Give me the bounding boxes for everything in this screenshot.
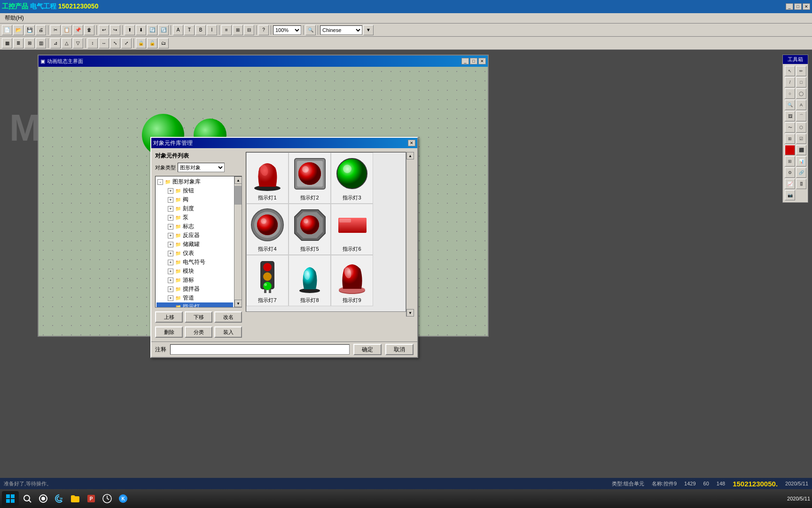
paste-btn[interactable]: 📌 — [73, 25, 83, 35]
object-type-select[interactable]: 图形对象 — [178, 163, 225, 172]
taskbar-edge-btn[interactable] — [52, 491, 67, 506]
tb2-btn3[interactable]: ⊞ — [24, 38, 35, 48]
load-btn[interactable]: 装入 — [214, 326, 242, 338]
thumb-scroll-up-btn[interactable]: ▲ — [406, 152, 414, 159]
rt-fill-btn[interactable]: ⬛ — [796, 145, 806, 155]
expand-icon-9[interactable]: + — [168, 269, 173, 274]
thumb-item-4[interactable]: 指示灯5 — [289, 204, 331, 255]
rt-pen-btn[interactable]: ✏ — [796, 66, 806, 76]
tb2-btn1[interactable]: ▦ — [2, 38, 12, 48]
expand-icon-6[interactable]: + — [168, 242, 173, 247]
language-select[interactable]: Chinese English — [320, 25, 362, 35]
tree-item-7[interactable]: + 📁 仪表 — [156, 249, 233, 258]
thumb-item-0[interactable]: 指示灯1 — [246, 152, 289, 204]
tree-item-3[interactable]: + 📁 泵 — [156, 213, 233, 222]
tb2-btn13[interactable]: 🔓 — [147, 38, 157, 48]
save-btn[interactable]: 💾 — [24, 25, 35, 35]
rt-curve-btn[interactable]: 〜 — [785, 122, 795, 133]
expand-icon-3[interactable]: + — [168, 215, 173, 221]
thumb-item-5[interactable]: 指示灯6 — [331, 204, 373, 255]
open-btn[interactable]: 📂 — [13, 25, 23, 35]
classify-btn[interactable]: 分类 — [185, 326, 212, 338]
redo-btn[interactable]: ↪ — [110, 25, 120, 35]
root-expand-icon[interactable]: - — [157, 179, 163, 185]
thumb-scrollbar[interactable]: ▲ ▼ — [406, 152, 414, 317]
btn6[interactable]: ⬇ — [136, 25, 146, 35]
mdi-close-btn[interactable]: ✕ — [478, 58, 486, 64]
undo-btn[interactable]: ↩ — [99, 25, 109, 35]
rt-circle-btn[interactable]: ○ — [785, 88, 795, 99]
tb2-btn2[interactable]: ≣ — [13, 38, 23, 48]
rt-select-btn[interactable]: ↖ — [785, 66, 795, 76]
tree-scroll-down-btn[interactable]: ▼ — [234, 300, 242, 307]
tree-item-10[interactable]: + 📁 游标 — [156, 276, 233, 285]
tree-view[interactable]: - 📁 图形对象库 + 📁 按钮 + 📁 — [155, 176, 242, 308]
tb2-btn9[interactable]: ↔ — [99, 38, 109, 48]
mdi-minimize-btn[interactable]: _ — [461, 58, 469, 64]
mdi-restore-btn[interactable]: □ — [470, 58, 477, 64]
close-btn[interactable]: ✕ — [803, 3, 810, 10]
expand-icon-4[interactable]: + — [168, 224, 173, 230]
cut-btn[interactable]: ✂ — [50, 25, 61, 35]
taskbar-ppt-btn[interactable]: P — [84, 491, 99, 506]
tb2-btn12[interactable]: 🔒 — [136, 38, 146, 48]
expand-icon-1[interactable]: + — [168, 197, 173, 203]
rt-oval-btn[interactable]: ◯ — [796, 88, 806, 99]
cancel-btn[interactable]: 取消 — [385, 344, 414, 355]
btn7[interactable]: 🔄 — [147, 25, 157, 35]
btn13[interactable]: ≡ — [221, 25, 232, 35]
tree-item-13[interactable]: 📁 指示灯 — [156, 302, 233, 308]
tree-item-2[interactable]: + 📁 刻度 — [156, 204, 233, 213]
expand-icon-0[interactable]: + — [168, 188, 173, 194]
taskbar-files-btn[interactable] — [68, 491, 83, 506]
rt-line-btn[interactable]: / — [785, 77, 795, 87]
tb2-btn7[interactable]: ▽ — [73, 38, 83, 48]
rt-table-btn[interactable]: ⊞ — [785, 156, 795, 167]
expand-icon-10[interactable]: + — [168, 278, 173, 283]
taskbar-start-btn[interactable] — [2, 491, 19, 506]
taskbar-clock-btn[interactable] — [100, 491, 115, 506]
lang-dropdown-btn[interactable]: ▼ — [363, 25, 374, 35]
rt-text-btn[interactable]: A — [796, 100, 806, 110]
tree-root[interactable]: - 📁 图形对象库 — [156, 177, 233, 186]
taskbar-search-btn[interactable] — [20, 491, 35, 506]
thumb-item-3[interactable]: 指示灯4 — [246, 204, 289, 255]
rt-misc5-btn[interactable]: 📷 — [785, 190, 795, 200]
delete-btn[interactable]: 🗑 — [84, 25, 94, 35]
expand-icon-11[interactable]: + — [168, 286, 173, 292]
btn5[interactable]: ⬆ — [125, 25, 135, 35]
tb2-btn4[interactable]: ▥ — [36, 38, 46, 48]
expand-icon-8[interactable]: + — [168, 260, 173, 265]
rt-chart-btn[interactable]: 📊 — [796, 156, 806, 167]
tree-item-8[interactable]: + 📁 电气符号 — [156, 258, 233, 267]
btn14[interactable]: ⊞ — [233, 25, 243, 35]
btn16[interactable]: ? — [258, 25, 269, 35]
maximize-btn[interactable]: □ — [794, 3, 802, 10]
tree-item-6[interactable]: + 📁 储藏罐 — [156, 240, 233, 249]
tree-item-0[interactable]: + 📁 按钮 — [156, 186, 233, 195]
copy-btn[interactable]: 📋 — [62, 25, 72, 35]
thumb-item-1[interactable]: 指示灯2 — [289, 152, 331, 204]
expand-icon-5[interactable]: + — [168, 233, 173, 238]
expand-icon-2[interactable]: + — [168, 206, 173, 212]
delete-btn[interactable]: 删除 — [155, 326, 183, 338]
tb2-btn10[interactable]: ⤡ — [110, 38, 120, 48]
dialog-close-btn[interactable]: ✕ — [408, 140, 415, 146]
rt-rect-btn[interactable]: □ — [796, 77, 806, 87]
comment-input[interactable] — [170, 344, 350, 355]
tree-item-1[interactable]: + 📁 阀 — [156, 195, 233, 204]
rt-arc-btn[interactable]: ⌒ — [796, 111, 806, 121]
tree-item-9[interactable]: + 📁 模块 — [156, 267, 233, 276]
btn8[interactable]: 🔃 — [158, 25, 169, 35]
ok-btn[interactable]: 确定 — [353, 344, 382, 355]
btn4[interactable]: 🖨 — [36, 25, 46, 35]
rt-misc3-btn[interactable]: 📈 — [785, 179, 795, 189]
tree-scroll-up-btn[interactable]: ▲ — [234, 176, 242, 184]
rt-check-btn[interactable]: ☑ — [796, 134, 806, 144]
btn17[interactable]: 🔍 — [305, 25, 316, 35]
tb2-btn6[interactable]: △ — [62, 38, 72, 48]
rt-misc-btn[interactable]: ⚙ — [785, 167, 795, 178]
rt-misc2-btn[interactable]: 🔗 — [796, 167, 806, 178]
rename-btn[interactable]: 改名 — [214, 311, 242, 323]
taskbar-cortana-btn[interactable] — [36, 491, 51, 506]
